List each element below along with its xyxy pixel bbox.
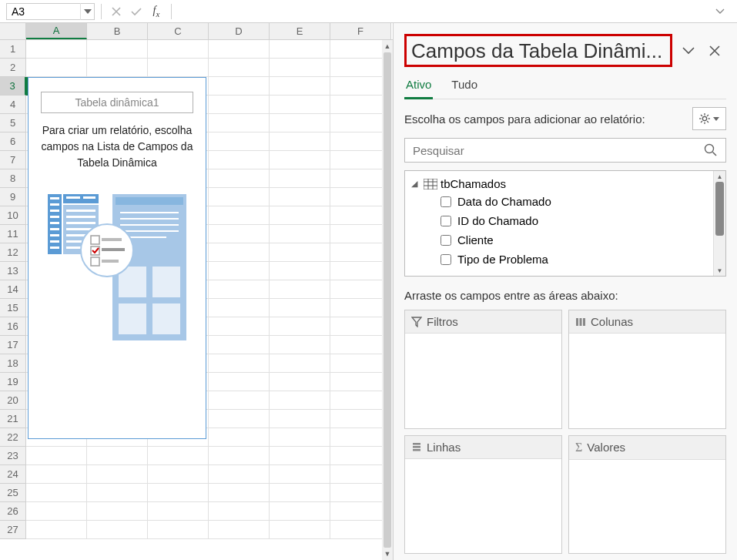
- row-header[interactable]: 25: [0, 484, 26, 502]
- cell[interactable]: [209, 354, 270, 373]
- panel-collapse-icon[interactable]: [678, 41, 698, 61]
- cell[interactable]: [270, 410, 330, 428]
- row-header[interactable]: 19: [0, 373, 26, 391]
- cell[interactable]: [148, 465, 209, 484]
- scroll-down-icon[interactable]: ▼: [714, 265, 725, 276]
- row-header[interactable]: 8: [0, 169, 26, 188]
- cell[interactable]: [270, 96, 330, 114]
- field-list-scrollbar[interactable]: ▲ ▼: [713, 171, 725, 276]
- cell[interactable]: [26, 502, 87, 521]
- cell[interactable]: [209, 151, 270, 169]
- cell[interactable]: [270, 40, 330, 59]
- name-box-wrap[interactable]: [6, 3, 95, 20]
- row-header[interactable]: 21: [0, 410, 26, 428]
- row-header[interactable]: 7: [0, 151, 26, 169]
- row-header[interactable]: 27: [0, 521, 26, 539]
- cell[interactable]: [270, 373, 330, 391]
- rows-area[interactable]: Linhas: [404, 435, 562, 555]
- cell[interactable]: [26, 465, 87, 484]
- row-header[interactable]: 24: [0, 465, 26, 484]
- cell[interactable]: [270, 336, 330, 354]
- cell[interactable]: [270, 317, 330, 336]
- cell[interactable]: [209, 336, 270, 354]
- row-header[interactable]: 10: [0, 206, 26, 225]
- cell[interactable]: [209, 188, 270, 206]
- formula-bar-expand-icon[interactable]: [709, 3, 731, 20]
- pivot-table-placeholder[interactable]: Tabela dinâmica1 Para criar um relatório…: [28, 77, 206, 439]
- cell[interactable]: [270, 225, 330, 243]
- cell[interactable]: [87, 40, 148, 59]
- cell[interactable]: [209, 114, 270, 132]
- cell[interactable]: [209, 280, 270, 299]
- cell[interactable]: [270, 502, 330, 521]
- column-header[interactable]: C: [148, 23, 209, 39]
- name-box[interactable]: [7, 5, 80, 18]
- row-header[interactable]: 12: [0, 243, 26, 262]
- cell[interactable]: [270, 465, 330, 484]
- row-header[interactable]: 9: [0, 188, 26, 206]
- row-header[interactable]: 17: [0, 336, 26, 354]
- columns-area[interactable]: Colunas: [568, 310, 726, 429]
- collapse-toggle-icon[interactable]: ◢: [411, 179, 420, 189]
- cell[interactable]: [148, 59, 209, 77]
- cell[interactable]: [270, 77, 330, 96]
- cell[interactable]: [209, 40, 270, 59]
- cell[interactable]: [270, 169, 330, 188]
- cell[interactable]: [26, 447, 87, 465]
- cell[interactable]: [270, 484, 330, 502]
- cell[interactable]: [209, 317, 270, 336]
- row-header[interactable]: 23: [0, 447, 26, 465]
- row-header[interactable]: 5: [0, 114, 26, 132]
- cell[interactable]: [209, 96, 270, 114]
- cell[interactable]: [209, 132, 270, 151]
- namebox-dropdown[interactable]: [80, 3, 94, 20]
- field-table-header[interactable]: ◢ tbChamados: [408, 176, 710, 192]
- cell[interactable]: [148, 521, 209, 539]
- cell[interactable]: [26, 59, 87, 77]
- cell[interactable]: [209, 428, 270, 447]
- cell[interactable]: [209, 262, 270, 280]
- column-header[interactable]: D: [209, 23, 270, 39]
- cell[interactable]: [270, 391, 330, 410]
- cell[interactable]: [209, 77, 270, 96]
- insert-function-icon[interactable]: fx: [148, 3, 165, 20]
- row-header[interactable]: 22: [0, 428, 26, 447]
- scroll-up-icon[interactable]: ▲: [714, 171, 725, 182]
- cell[interactable]: [209, 169, 270, 188]
- scroll-up-icon[interactable]: ▲: [382, 40, 393, 52]
- cell[interactable]: [26, 40, 87, 59]
- cell[interactable]: [87, 465, 148, 484]
- column-header[interactable]: F: [330, 23, 391, 39]
- cell[interactable]: [270, 132, 330, 151]
- cell[interactable]: [209, 225, 270, 243]
- row-header[interactable]: 16: [0, 317, 26, 336]
- row-header[interactable]: 6: [0, 132, 26, 151]
- cell[interactable]: [209, 410, 270, 428]
- cell[interactable]: [270, 59, 330, 77]
- cell[interactable]: [270, 206, 330, 225]
- cell[interactable]: [209, 243, 270, 262]
- cell[interactable]: [270, 114, 330, 132]
- scroll-thumb[interactable]: [384, 52, 391, 548]
- cell[interactable]: [270, 151, 330, 169]
- scroll-down-icon[interactable]: ▼: [382, 548, 393, 560]
- cell[interactable]: [87, 484, 148, 502]
- grid-vertical-scrollbar[interactable]: ▲ ▼: [382, 40, 393, 560]
- values-area[interactable]: ΣValores: [568, 435, 726, 555]
- cell[interactable]: [209, 373, 270, 391]
- cell[interactable]: [87, 502, 148, 521]
- row-header[interactable]: 20: [0, 391, 26, 410]
- row-header[interactable]: 2: [0, 59, 26, 77]
- cell[interactable]: [87, 521, 148, 539]
- cell[interactable]: [270, 521, 330, 539]
- cell[interactable]: [87, 447, 148, 465]
- cell[interactable]: [209, 502, 270, 521]
- field-checkbox[interactable]: [441, 216, 451, 226]
- row-header[interactable]: 3: [0, 77, 26, 96]
- cell[interactable]: [209, 447, 270, 465]
- column-header[interactable]: A: [26, 23, 87, 39]
- field-checkbox[interactable]: [441, 235, 451, 246]
- cell[interactable]: [270, 447, 330, 465]
- cell[interactable]: [209, 484, 270, 502]
- cell[interactable]: [209, 299, 270, 317]
